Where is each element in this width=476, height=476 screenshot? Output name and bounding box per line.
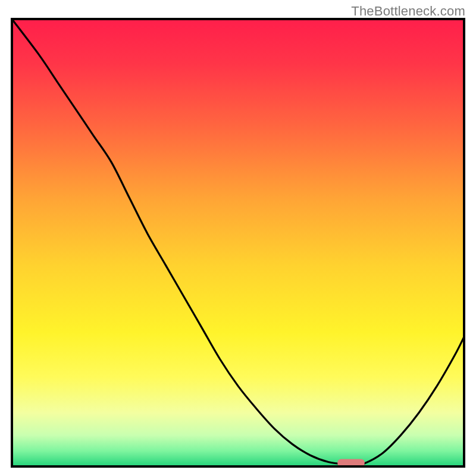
watermark-text: TheBottleneck.com	[351, 4, 465, 19]
bottleneck-chart	[11, 18, 465, 468]
chart-frame	[11, 18, 465, 468]
gradient-background	[12, 19, 464, 466]
